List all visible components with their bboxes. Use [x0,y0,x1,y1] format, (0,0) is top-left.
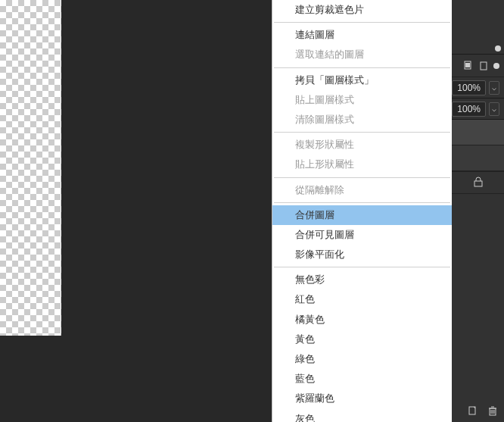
transparent-checker [0,0,62,336]
lock-icon[interactable] [474,177,483,189]
opacity-value[interactable]: 100% [452,80,486,95]
menu-item[interactable]: 合併圖層 [272,205,452,225]
menu-item: 從隔離解除 [272,180,452,200]
menu-item[interactable]: 拷貝「圖層樣式」 [272,70,452,90]
menu-item: 選取連結的圖層 [272,45,452,64]
panel-dot-icon [495,45,501,52]
fill-value[interactable]: 100% [452,102,486,117]
menu-item: 貼上形狀屬性 [272,155,452,174]
menu-separator [274,22,450,23]
menu-item: 清除圖層樣式 [272,110,452,130]
menu-item[interactable]: 黃色 [272,330,452,349]
menu-separator [274,132,450,133]
menu-item[interactable]: 橘黃色 [272,310,452,330]
panel-band [452,120,504,145]
layers-panel-sliver: 100% ⌵ 100% ⌵ [451,0,504,422]
svg-rect-3 [474,181,482,186]
panel-dot-icon [493,63,499,69]
panel-band [452,145,504,171]
new-page-icon[interactable] [468,405,478,416]
menu-separator [274,67,450,68]
menu-item[interactable]: 綠色 [272,349,452,369]
menu-item[interactable]: 紅色 [272,289,452,309]
menu-item[interactable]: 藍色 [272,369,452,389]
panel-tool-row [452,55,504,77]
chevron-down-icon[interactable]: ⌵ [489,81,499,95]
trash-icon[interactable] [487,405,498,416]
context-menu: 建立剪裁遮色片連結圖層選取連結的圖層拷貝「圖層樣式」貼上圖層樣式清除圖層樣式複製… [272,0,452,422]
menu-item[interactable]: 連結圖層 [272,25,452,45]
chevron-down-icon[interactable]: ⌵ [489,102,499,116]
svg-rect-2 [481,62,487,70]
menu-item[interactable]: 影像平面化 [272,245,452,264]
menu-item[interactable]: 建立剪裁遮色片 [272,0,452,20]
opacity-row[interactable]: 100% ⌵ [452,77,504,98]
menu-separator [274,177,450,178]
menu-item: 貼上圖層樣式 [272,90,452,110]
fill-row[interactable]: 100% ⌵ [452,98,504,120]
menu-item: 複製形狀屬性 [272,135,452,155]
panel-footer-icons [468,405,498,416]
doc-icon[interactable] [463,61,474,71]
canvas-area-lower [0,336,62,422]
panel-header [452,0,504,55]
menu-separator [274,267,450,267]
menu-item[interactable]: 無色彩 [272,270,452,289]
svg-rect-1 [465,63,470,67]
page-icon[interactable] [478,61,489,71]
menu-item[interactable]: 紫羅蘭色 [272,389,452,408]
menu-separator [274,202,450,203]
menu-item[interactable]: 灰色 [272,409,452,422]
lock-row [452,171,504,194]
menu-item[interactable]: 合併可見圖層 [272,225,452,245]
